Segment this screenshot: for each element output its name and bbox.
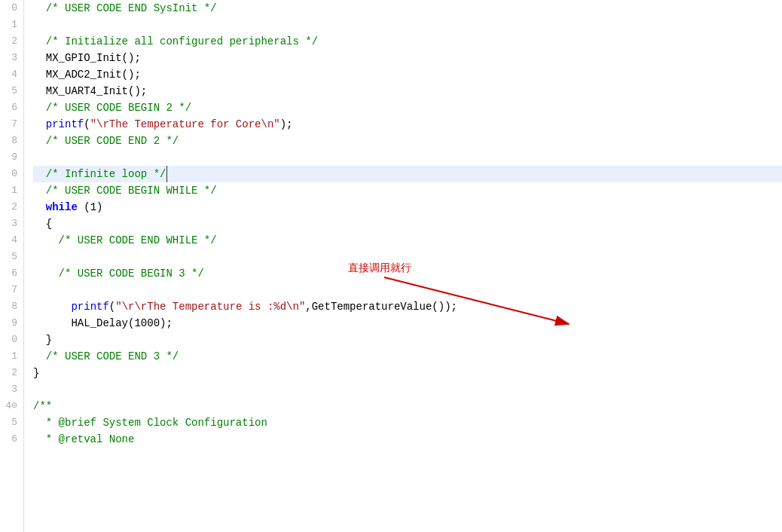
code-line: /* USER CODE END 3 */ bbox=[33, 348, 782, 365]
code-line bbox=[33, 149, 782, 166]
code-line: { bbox=[33, 216, 782, 232]
code-editor: 0 1 2 3 4 5 6 7 8 9 0 1 2 3 4 5 6 7 8 9 … bbox=[0, 0, 782, 532]
code-line: printf("\r\rThe Temperature is :%d\n",Ge… bbox=[33, 298, 782, 315]
code-line: * @retval None bbox=[33, 431, 782, 448]
code-line: /* USER CODE END 2 */ bbox=[33, 133, 782, 149]
code-line bbox=[33, 381, 782, 398]
code-line: /* USER CODE BEGIN 2 */ bbox=[33, 99, 782, 116]
code-line: while (1) bbox=[33, 199, 782, 216]
code-line: * @brief System Clock Configuration bbox=[33, 414, 782, 431]
line-numbers: 0 1 2 3 4 5 6 7 8 9 0 1 2 3 4 5 6 7 8 9 … bbox=[0, 0, 24, 532]
code-line: } bbox=[33, 365, 782, 381]
code-line: /* USER CODE END WHILE */ bbox=[33, 232, 782, 249]
code-line: /* USER CODE BEGIN 3 */ bbox=[33, 265, 782, 282]
code-area[interactable]: /* USER CODE END SysInit */ /* Initializ… bbox=[24, 0, 782, 532]
code-line: HAL_Delay(1000); bbox=[33, 315, 782, 332]
code-line: /* USER CODE BEGIN WHILE */ bbox=[33, 182, 782, 199]
code-line: /* Initialize all configured peripherals… bbox=[33, 33, 782, 50]
code-line: MX_UART4_Init(); bbox=[33, 83, 782, 99]
code-line bbox=[33, 282, 782, 298]
code-line bbox=[33, 249, 782, 265]
code-line-highlighted: /* Infinite loop */ bbox=[33, 166, 782, 182]
code-line: MX_GPIO_Init(); bbox=[33, 50, 782, 66]
code-line bbox=[33, 17, 782, 33]
code-line: MX_ADC2_Init(); bbox=[33, 66, 782, 83]
code-line: } bbox=[33, 332, 782, 348]
code-line: /** bbox=[33, 398, 782, 414]
code-line: printf("\rThe Temperature for Core\n"); bbox=[33, 116, 782, 133]
code-line: /* USER CODE END SysInit */ bbox=[33, 0, 782, 17]
